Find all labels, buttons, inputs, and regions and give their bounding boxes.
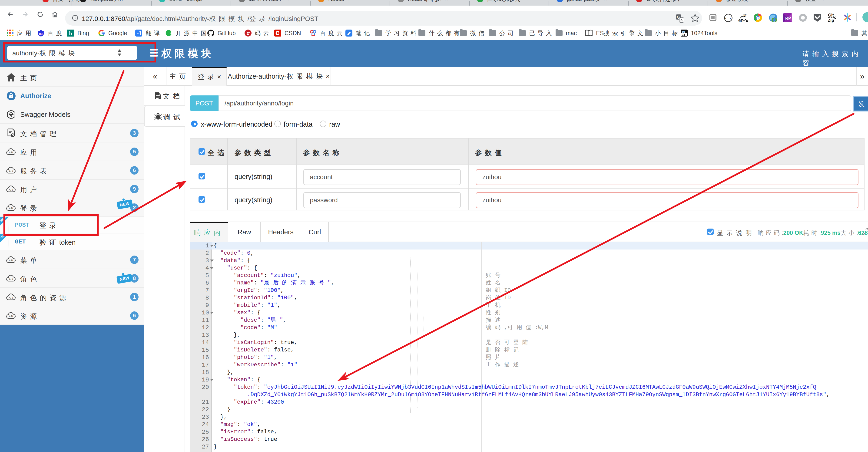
svg-text:API: API xyxy=(9,259,13,262)
svg-text:b: b xyxy=(69,30,72,36)
svg-text:API: API xyxy=(9,207,13,210)
svg-text:API: API xyxy=(9,315,13,318)
svg-text:API: API xyxy=(9,151,13,154)
svg-text:API: API xyxy=(9,188,13,191)
svg-text:{...}: {...} xyxy=(725,16,731,20)
svg-text:Git: Git xyxy=(828,13,834,18)
svg-text:du: du xyxy=(39,32,42,36)
svg-text:API: API xyxy=(9,170,13,172)
svg-text:RP: RP xyxy=(785,16,791,21)
svg-text:API: API xyxy=(9,278,13,280)
svg-text:24: 24 xyxy=(682,33,685,36)
svg-text:API: API xyxy=(9,296,13,299)
svg-text:Zip: Zip xyxy=(828,18,834,23)
